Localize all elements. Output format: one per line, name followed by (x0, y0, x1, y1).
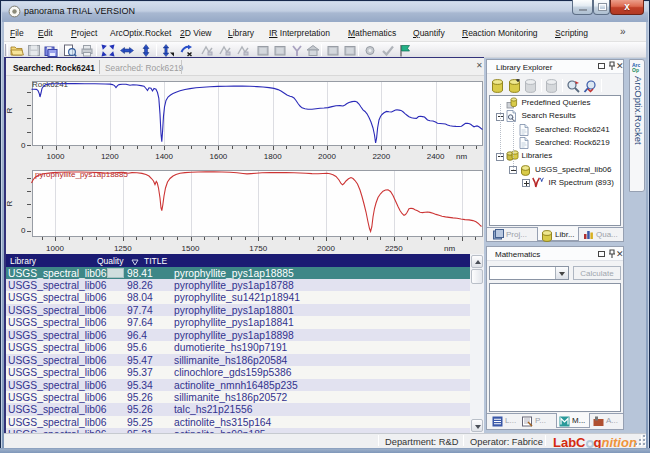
svg-text:Op: Op (632, 67, 639, 73)
